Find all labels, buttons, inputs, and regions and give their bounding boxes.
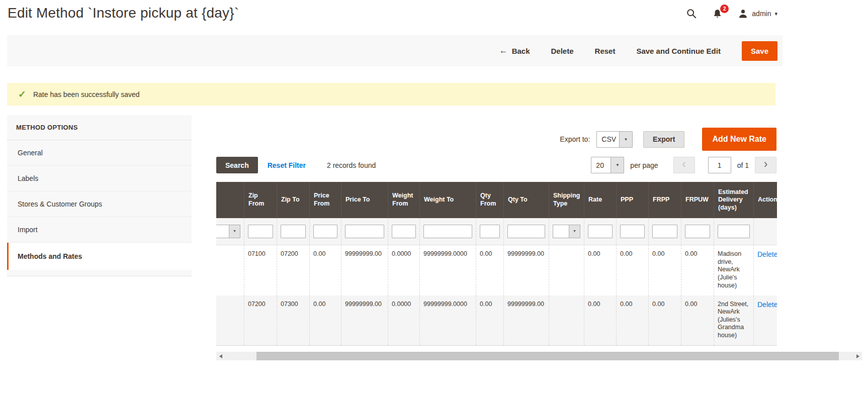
chevron-down-icon: ▼ — [611, 157, 624, 173]
cell-qty-from: 0.00 — [476, 245, 504, 296]
horizontal-scrollbar[interactable] — [216, 352, 862, 360]
filter-input-price-to[interactable] — [345, 225, 384, 238]
cell-weight-from: 0.0000 — [388, 245, 420, 296]
export-format-select[interactable]: CSV ▼ — [596, 131, 633, 148]
pagination-controls: 20 ▼ per page ‹ of 1 › — [591, 157, 776, 173]
cell-shipping-type — [549, 296, 584, 346]
sidebar-tail — [7, 270, 192, 276]
sidebar-item-general[interactable]: General — [7, 140, 192, 166]
filter-input-price-from[interactable] — [313, 225, 337, 238]
chevron-right-icon: › — [764, 158, 768, 170]
chevron-down-icon: ▾ — [774, 11, 777, 17]
filter-input-zip-from[interactable] — [248, 225, 273, 238]
column-header-estimated-delivery[interactable]: Estimated Delivery (days) — [714, 182, 754, 218]
app: Edit Method `Instore pickup at {day}` — [0, 0, 868, 360]
filter-input-qty-from[interactable] — [480, 225, 500, 238]
delete-rate-link[interactable]: Delete — [757, 250, 777, 258]
page-title: Edit Method `Instore pickup at {day}` — [8, 5, 239, 21]
filter-input-weight-to[interactable] — [423, 225, 472, 238]
scroll-left-arrow-icon[interactable] — [216, 352, 225, 360]
filter-input-frpp[interactable] — [652, 225, 677, 238]
notifications-button[interactable]: 2 — [712, 9, 723, 19]
cell-qty-to: 99999999.00 — [504, 245, 549, 296]
column-header-state[interactable]: State — [216, 182, 244, 218]
table-header-row: State Zip From Zip To Price From Price T… — [216, 182, 777, 218]
column-header-shipping-type[interactable]: Shipping Type — [549, 182, 584, 218]
column-header-qty-to[interactable]: Qty To — [504, 182, 549, 218]
records-found-text: 2 records found — [327, 161, 376, 169]
cell-zip-from: 07200 — [244, 296, 277, 346]
filter-input-ppp[interactable] — [620, 225, 645, 238]
save-and-continue-button[interactable]: Save and Continue Edit — [636, 47, 721, 55]
cell-rate: 0.00 — [584, 296, 617, 346]
save-button[interactable]: Save — [742, 41, 777, 61]
sidebar-item-import[interactable]: Import — [7, 217, 192, 243]
sidebar-item-stores-customer-groups[interactable]: Stores & Customer Groups — [7, 191, 192, 217]
cell-weight-from: 0.0000 — [388, 296, 420, 346]
column-header-frpuw[interactable]: FRPUW — [681, 182, 714, 218]
rates-grid-area: Export to: CSV ▼ Export Add New Rate Sea… — [216, 115, 862, 360]
cell-frpuw: 0.00 — [681, 245, 714, 296]
filter-row: ▼ — [216, 218, 777, 245]
cell-ppp: 0.00 — [617, 296, 649, 346]
per-page-label: per page — [630, 161, 658, 169]
delete-button[interactable]: Delete — [551, 47, 574, 55]
cell-qty-to: 99999999.00 — [504, 296, 549, 346]
table-row[interactable]: 07200 07300 0.00 99999999.00 0.0000 9999… — [216, 296, 777, 346]
reset-button[interactable]: Reset — [595, 47, 616, 55]
export-row: Export to: CSV ▼ Export Add New Rate — [216, 128, 862, 151]
scrollbar-thumb[interactable] — [256, 352, 839, 360]
action-toolbar: ← Back Delete Reset Save and Continue Ed… — [7, 35, 783, 66]
column-header-rate[interactable]: Rate — [584, 182, 617, 218]
export-format-value: CSV — [601, 135, 616, 143]
filter-input-qty-to[interactable] — [507, 225, 545, 238]
filter-input-estimated-delivery[interactable] — [718, 225, 750, 238]
search-icon — [686, 8, 697, 19]
cell-ppp: 0.00 — [617, 245, 649, 296]
sidebar-item-methods-and-rates[interactable]: Methods and Rates — [7, 243, 192, 270]
column-header-price-to[interactable]: Price To — [341, 182, 388, 218]
column-header-zip-to[interactable]: Zip To — [277, 182, 310, 218]
column-header-frpp[interactable]: FRPP — [649, 182, 681, 218]
column-header-weight-from[interactable]: Weight From — [388, 182, 420, 218]
filter-input-rate[interactable] — [588, 225, 613, 238]
previous-page-button[interactable]: ‹ — [673, 157, 695, 173]
shipping-type-filter-select[interactable]: ▼ — [553, 225, 580, 238]
search-button[interactable]: Search — [216, 157, 258, 173]
current-page-input[interactable] — [708, 157, 731, 173]
sidebar-item-labels[interactable]: Labels — [7, 166, 192, 191]
user-icon — [738, 9, 748, 19]
delete-rate-link[interactable]: Delete — [757, 301, 777, 309]
column-header-weight-to[interactable]: Weight To — [420, 182, 476, 218]
back-button[interactable]: ← Back — [499, 46, 530, 56]
cell-weight-to: 99999999.0000 — [420, 245, 476, 296]
checkmark-icon: ✓ — [18, 89, 26, 99]
cell-frpuw: 0.00 — [681, 296, 714, 346]
search-controls: Search Reset Filter 2 records found — [216, 157, 376, 173]
filter-input-zip-to[interactable] — [281, 225, 306, 238]
table-row[interactable]: 07100 07200 0.00 99999999.00 0.0000 9999… — [216, 245, 777, 296]
filter-input-frpuw[interactable] — [685, 225, 710, 238]
filter-input-weight-from[interactable] — [392, 225, 416, 238]
add-new-rate-button[interactable]: Add New Rate — [702, 128, 776, 151]
cell-frpp: 0.00 — [649, 296, 681, 346]
export-button[interactable]: Export — [643, 131, 684, 148]
next-page-button[interactable]: › — [755, 157, 776, 173]
notification-badge: 2 — [720, 5, 729, 13]
state-filter-select[interactable]: ▼ — [216, 225, 240, 238]
column-header-qty-from[interactable]: Qty From — [476, 182, 504, 218]
reset-filter-link[interactable]: Reset Filter — [268, 161, 306, 169]
global-search-button[interactable] — [686, 8, 697, 19]
chevron-down-icon: ▼ — [229, 225, 240, 238]
cell-price-from: 0.00 — [310, 296, 341, 346]
column-header-zip-from[interactable]: Zip From — [244, 182, 277, 218]
column-header-price-from[interactable]: Price From — [310, 182, 341, 218]
admin-menu[interactable]: admin ▾ — [738, 9, 777, 19]
total-pages-label: of 1 — [737, 161, 749, 169]
success-message: ✓ Rate has been successfully saved — [7, 83, 775, 106]
method-options-sidebar: METHOD OPTIONS General Labels Stores & C… — [7, 115, 192, 276]
scroll-right-arrow-icon[interactable] — [853, 352, 862, 360]
page-size-select[interactable]: 20 ▼ — [591, 157, 624, 173]
content: METHOD OPTIONS General Labels Stores & C… — [7, 115, 868, 360]
column-header-ppp[interactable]: PPP — [617, 182, 649, 218]
